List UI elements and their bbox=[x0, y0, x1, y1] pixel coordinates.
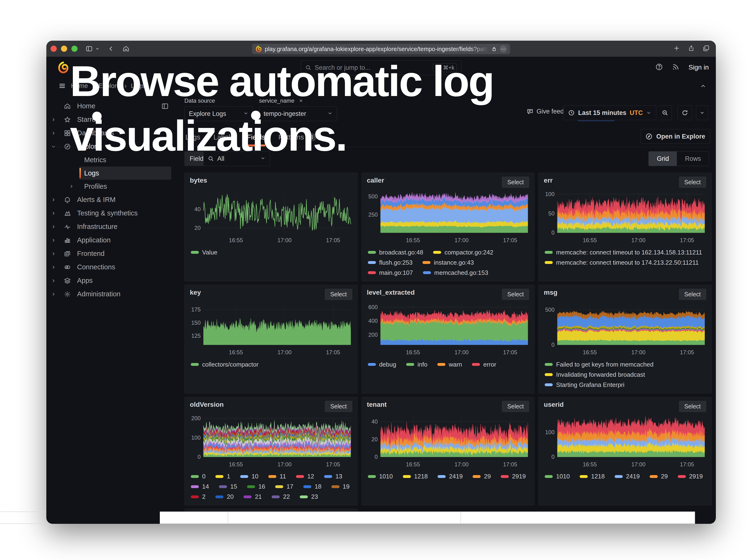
legend-item[interactable]: warn bbox=[437, 361, 462, 368]
chart-area[interactable]: 010016:5517:0017:05 bbox=[544, 413, 706, 471]
select-button[interactable]: Select bbox=[502, 401, 529, 412]
chart-area[interactable]: 20040060016:5517:0017:05 bbox=[367, 301, 529, 359]
tab-overview-icon[interactable] bbox=[703, 45, 710, 53]
sidebar-item-administration[interactable]: Administration bbox=[46, 287, 175, 301]
chevron-right-icon[interactable] bbox=[46, 264, 61, 270]
legend-item[interactable]: 23 bbox=[300, 493, 318, 500]
legend-item[interactable]: 11 bbox=[268, 473, 286, 480]
legend-item[interactable]: info bbox=[406, 361, 427, 368]
legend-item[interactable]: debug bbox=[368, 361, 396, 368]
legend-item[interactable]: 29 bbox=[650, 473, 668, 480]
refresh-interval-dropdown[interactable] bbox=[696, 106, 708, 120]
time-series-chart[interactable]: 050016:5517:0017:05 bbox=[544, 301, 706, 359]
chevron-down-icon[interactable] bbox=[46, 144, 61, 149]
layout-rows-button[interactable]: Rows bbox=[677, 151, 709, 166]
sidebar-item-connections[interactable]: Connections bbox=[46, 260, 175, 274]
select-button[interactable]: Select bbox=[679, 289, 706, 300]
new-tab-icon[interactable] bbox=[673, 45, 680, 52]
legend-item[interactable]: memcache: connect timeout to 162.134.158… bbox=[545, 249, 702, 256]
legend-item[interactable]: Value bbox=[191, 249, 217, 256]
news-icon[interactable] bbox=[672, 63, 679, 72]
open-in-explore-button[interactable]: Open in Explore bbox=[640, 129, 710, 144]
time-range-picker[interactable]: Last 15 minutes UTC bbox=[563, 106, 656, 120]
legend-item[interactable]: 1010 bbox=[368, 473, 393, 480]
zoom-out-time-button[interactable] bbox=[658, 106, 672, 120]
legend-item[interactable]: 14 bbox=[191, 483, 209, 490]
time-series-chart[interactable]: 25050016:5517:0017:05 bbox=[367, 189, 529, 247]
chart-area[interactable]: 010020016:5517:0017:05 bbox=[190, 413, 352, 471]
chevron-right-icon[interactable] bbox=[46, 251, 61, 257]
sidebar-item-frontend[interactable]: Frontend bbox=[46, 247, 175, 260]
legend-item[interactable]: memcache: connect timeout to 174.213.22.… bbox=[545, 259, 699, 266]
select-button[interactable]: Select bbox=[502, 289, 529, 300]
url-more-icon[interactable]: ⋯ bbox=[500, 45, 507, 52]
chart-area[interactable]: 204016:5517:0017:05 bbox=[190, 189, 352, 247]
legend-item[interactable]: 1 bbox=[215, 473, 230, 480]
sidebar-item-infrastructure[interactable]: Infrastructure bbox=[46, 220, 175, 233]
minimize-window-button[interactable] bbox=[61, 46, 67, 52]
time-series-chart[interactable]: 010020016:5517:0017:05 bbox=[190, 413, 352, 471]
legend-item[interactable]: compactor.go:242 bbox=[433, 249, 493, 256]
chart-area[interactable]: 05010016:5517:0017:05 bbox=[544, 189, 706, 247]
select-button[interactable]: Select bbox=[325, 401, 352, 412]
time-series-chart[interactable]: 20040060016:5517:0017:05 bbox=[367, 301, 529, 359]
legend-item[interactable]: flush.go:253 bbox=[368, 259, 413, 266]
chevron-right-icon[interactable] bbox=[46, 130, 61, 136]
collapse-header-icon[interactable] bbox=[700, 83, 706, 90]
legend-item[interactable]: 1010 bbox=[545, 473, 570, 480]
sidebar-item-alerts-irm[interactable]: Alerts & IRM bbox=[46, 193, 175, 207]
legend-item[interactable]: main.go:107 bbox=[368, 269, 413, 277]
legend-item[interactable]: 22 bbox=[272, 493, 290, 500]
legend-item[interactable]: broadcast.go:48 bbox=[368, 249, 423, 256]
chevron-down-icon[interactable] bbox=[95, 46, 100, 51]
sign-in-button[interactable]: Sign in bbox=[688, 64, 709, 71]
legend-item[interactable]: 2 bbox=[191, 493, 206, 500]
time-series-chart[interactable]: 204016:5517:0017:05 bbox=[190, 189, 352, 247]
sidebar-item-apps[interactable]: Apps bbox=[46, 274, 175, 287]
legend-item[interactable]: Failed to get keys from memcached bbox=[545, 361, 653, 368]
chevron-right-icon[interactable] bbox=[46, 237, 61, 243]
legend-item[interactable]: 1218 bbox=[580, 473, 605, 480]
time-series-chart[interactable]: 12515017516:5517:0017:05 bbox=[190, 301, 352, 359]
home-chrome-icon[interactable] bbox=[122, 45, 130, 52]
chevron-right-icon[interactable] bbox=[46, 224, 61, 230]
help-icon[interactable] bbox=[655, 63, 663, 72]
sidebar-toggle-icon[interactable] bbox=[86, 45, 93, 52]
legend-item[interactable]: 18 bbox=[303, 483, 322, 490]
chart-area[interactable]: 050016:5517:0017:05 bbox=[544, 301, 706, 359]
chevron-right-icon[interactable] bbox=[46, 117, 61, 122]
chart-area[interactable]: 12515017516:5517:0017:05 bbox=[190, 301, 352, 359]
legend-item[interactable]: 10 bbox=[240, 473, 258, 480]
chevron-right-icon[interactable] bbox=[46, 278, 61, 283]
legend-item[interactable]: 29 bbox=[473, 473, 491, 480]
chart-area[interactable]: 25050016:5517:0017:05 bbox=[367, 189, 529, 247]
legend-item[interactable]: 2419 bbox=[615, 473, 640, 480]
time-series-chart[interactable]: 0204016:5517:0017:05 bbox=[367, 413, 529, 471]
legend-item[interactable]: collectors/compactor bbox=[191, 361, 258, 368]
zoom-window-button[interactable] bbox=[71, 46, 77, 52]
time-series-chart[interactable]: 05010016:5517:0017:05 bbox=[544, 189, 706, 247]
chart-area[interactable]: 0204016:5517:0017:05 bbox=[367, 413, 529, 471]
select-button[interactable]: Select bbox=[325, 289, 352, 300]
back-icon[interactable] bbox=[108, 45, 114, 52]
legend-item[interactable]: 12 bbox=[296, 473, 314, 480]
legend-item[interactable]: instance.go:43 bbox=[422, 259, 474, 266]
select-button[interactable]: Select bbox=[679, 401, 706, 412]
legend-item[interactable]: 1218 bbox=[403, 473, 428, 480]
legend-item[interactable]: 2919 bbox=[501, 473, 526, 480]
time-series-chart[interactable]: 010016:5517:0017:05 bbox=[544, 413, 706, 471]
sidebar-item-profiles[interactable]: Profiles bbox=[79, 180, 171, 193]
legend-item[interactable]: 13 bbox=[324, 473, 342, 480]
refresh-button[interactable] bbox=[678, 106, 692, 120]
chevron-right-icon[interactable] bbox=[46, 291, 61, 297]
legend-item[interactable]: 0 bbox=[191, 473, 206, 480]
legend-item[interactable]: 20 bbox=[215, 493, 234, 500]
legend-item[interactable]: 21 bbox=[243, 493, 262, 500]
grafana-logo[interactable] bbox=[57, 62, 69, 73]
share-icon[interactable] bbox=[688, 45, 695, 53]
legend-item[interactable]: 15 bbox=[219, 483, 237, 490]
legend-item[interactable]: error bbox=[472, 361, 496, 368]
select-button[interactable]: Select bbox=[502, 177, 529, 188]
legend-item[interactable]: 17 bbox=[275, 483, 294, 490]
legend-item[interactable]: Invalidating forwarded broadcast bbox=[545, 371, 645, 378]
